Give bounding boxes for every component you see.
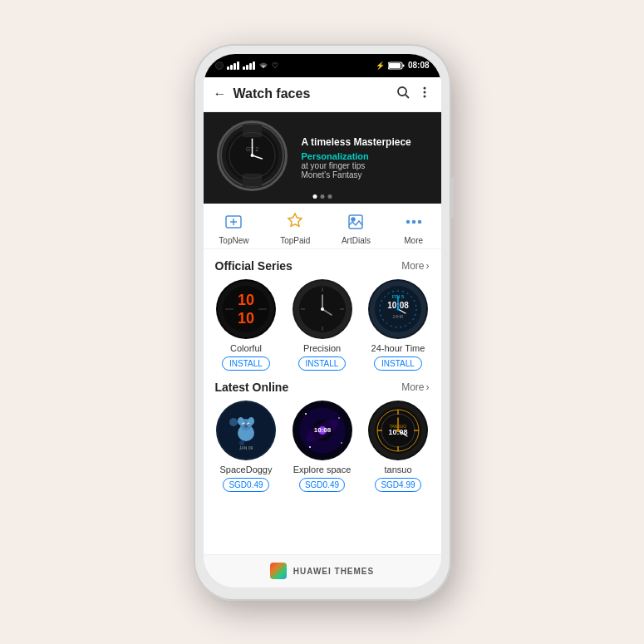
topnew-icon <box>222 210 245 234</box>
tab-toppaid[interactable]: TopPaid <box>280 210 310 245</box>
dot-2 <box>320 194 324 199</box>
signal-icon2 <box>243 61 255 70</box>
svg-point-20 <box>406 220 409 223</box>
tansuo-thumb: TANSUO 10:08 <box>368 401 428 460</box>
svg-point-65 <box>338 417 340 419</box>
search-icon[interactable] <box>396 86 410 102</box>
svg-point-7 <box>423 96 425 98</box>
24hr-install[interactable]: INSTALL <box>374 356 422 371</box>
svg-point-19 <box>351 218 355 221</box>
svg-point-58 <box>244 425 248 427</box>
more-label: More <box>404 236 423 245</box>
24hr-name: 24-hour Time <box>371 343 425 353</box>
top-actions <box>396 86 431 102</box>
precision-install[interactable]: INSTALL <box>298 356 347 371</box>
space-thumb: 10:08 <box>293 401 352 460</box>
toppaid-icon <box>283 210 307 234</box>
phone-screen: ♡ ⚡ 08:08 ← Watch faces <box>204 54 441 587</box>
banner-dots <box>312 194 332 199</box>
svg-rect-2 <box>402 64 404 66</box>
svg-point-64 <box>305 413 307 415</box>
phone-frame: ♡ ⚡ 08:08 ← Watch faces <box>194 44 451 601</box>
svg-point-57 <box>248 423 250 425</box>
more-icon <box>402 210 425 234</box>
colorful-thumb: 10 10 <box>216 279 276 339</box>
latest-header: Latest Online More › <box>215 371 430 401</box>
latest-item-tansuo: TANSUO 10:08 tansuo SGD4.99 <box>367 401 430 492</box>
back-button[interactable]: ← <box>214 86 227 101</box>
space-price: SGD0.49 <box>299 478 345 492</box>
menu-icon[interactable] <box>418 86 431 102</box>
svg-point-46 <box>397 307 400 310</box>
svg-rect-11 <box>242 174 262 187</box>
svg-point-6 <box>423 91 425 94</box>
official-item-colorful: 10 10 Colorful INSTALL <box>215 279 278 371</box>
camera <box>215 61 224 70</box>
artdials-icon <box>344 210 367 234</box>
banner-title: A timeless Masterpiece <box>302 136 431 148</box>
colorful-name: Colorful <box>230 343 262 353</box>
banner-text: A timeless Masterpiece Personalization a… <box>292 136 441 179</box>
spacedoggy-price: SGD0.49 <box>223 478 268 492</box>
banner-watch: GT 2 <box>217 120 292 195</box>
svg-point-3 <box>398 87 406 96</box>
main-content: Official Series More › 10 <box>204 249 441 554</box>
latest-more[interactable]: More › <box>401 381 429 393</box>
svg-point-16 <box>250 154 253 157</box>
health-icon: ♡ <box>272 61 278 70</box>
svg-point-67 <box>341 442 342 444</box>
official-more[interactable]: More › <box>401 260 429 272</box>
latest-item-space: 10:08 Explore space SGD0.49 <box>291 401 353 492</box>
svg-text:10: 10 <box>238 310 254 327</box>
svg-point-48 <box>229 418 238 426</box>
space-name: Explore space <box>293 465 351 474</box>
banner-subtitle: Personalization <box>302 151 431 161</box>
page-title: Watch faces <box>234 86 390 101</box>
wifi-icon <box>258 61 268 70</box>
svg-text:24HR: 24HR <box>393 314 404 319</box>
banner-subtitle2: at your finger tips <box>302 161 431 170</box>
status-time: 08:08 <box>408 61 430 70</box>
svg-point-66 <box>309 446 311 448</box>
tab-artdials[interactable]: ArtDials <box>342 210 371 245</box>
spacedoggy-name: SpaceDoggy <box>220 465 273 474</box>
svg-point-21 <box>412 220 415 223</box>
category-tabs: TopNew TopPaid ArtDials <box>204 204 441 249</box>
bluetooth-icon: ⚡ <box>376 61 385 70</box>
toppaid-label: TopPaid <box>280 236 310 245</box>
svg-line-4 <box>406 95 409 98</box>
battery-icon <box>388 61 405 70</box>
tab-more[interactable]: More <box>402 210 425 245</box>
svg-point-81 <box>396 429 400 432</box>
chevron-right-icon2: › <box>426 381 430 393</box>
topnew-label: TopNew <box>219 236 248 245</box>
latest-item-spacedoggy: JAN 09 SpaceDoggy SGD0.49 <box>215 401 278 492</box>
status-bar: ♡ ⚡ 08:08 <box>204 54 441 77</box>
latest-items: JAN 09 SpaceDoggy SGD0.49 <box>215 401 430 492</box>
chevron-right-icon: › <box>426 260 430 272</box>
official-items: 10 10 Colorful INSTALL <box>215 279 430 371</box>
svg-text:10: 10 <box>238 292 254 308</box>
svg-point-5 <box>423 87 425 90</box>
colorful-install[interactable]: INSTALL <box>222 356 270 371</box>
top-bar: ← Watch faces <box>204 77 441 112</box>
signal-icon <box>227 61 239 70</box>
banner: GT 2 A timeless Masterpiece Personalizat… <box>204 112 441 204</box>
tab-topnew[interactable]: TopNew <box>219 210 248 245</box>
latest-title: Latest Online <box>215 381 289 394</box>
dot-1 <box>312 194 317 199</box>
svg-rect-1 <box>389 63 401 68</box>
official-title: Official Series <box>215 259 293 273</box>
svg-point-56 <box>243 423 245 425</box>
svg-point-37 <box>321 307 324 311</box>
tansuo-name: tansuo <box>384 465 411 474</box>
precision-thumb <box>293 279 352 339</box>
tansuo-price: SGD4.99 <box>375 478 420 492</box>
side-button <box>450 177 454 219</box>
bottom-bar: HUAWEI THEMES <box>204 554 441 587</box>
official-item-24hr: FRI 5 10:08 24HR 24-hour Time INSTALL <box>367 279 430 371</box>
svg-point-22 <box>418 220 420 223</box>
artdials-label: ArtDials <box>342 236 371 245</box>
spacedoggy-thumb: JAN 09 <box>216 401 276 460</box>
official-header: Official Series More › <box>215 249 430 279</box>
